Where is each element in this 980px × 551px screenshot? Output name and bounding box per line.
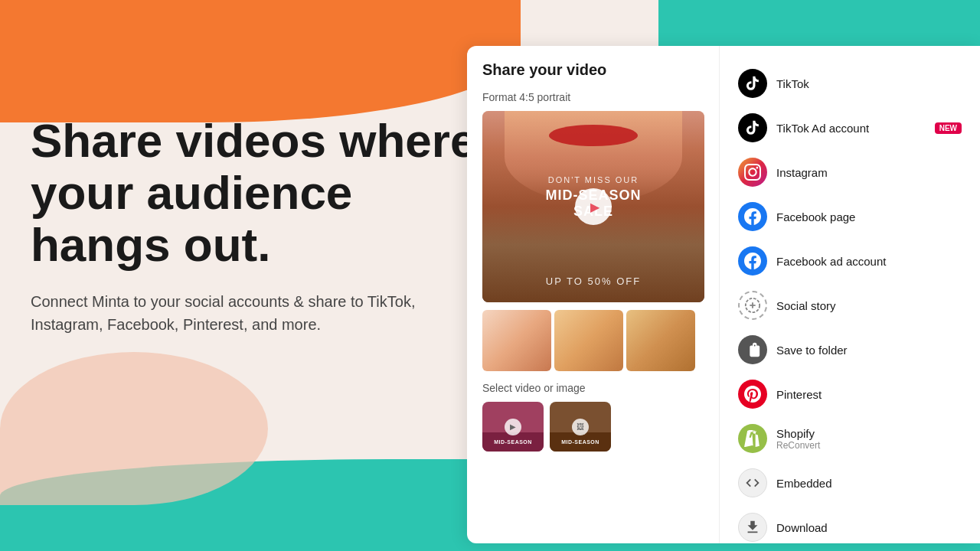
facebook-ad-icon bbox=[738, 246, 767, 276]
shopify-label: Shopify bbox=[776, 427, 820, 440]
thumbnail-2[interactable] bbox=[554, 310, 623, 371]
share-item-pinterest[interactable]: Pinterest bbox=[732, 372, 968, 416]
tiktok-ad-label: TikTok Ad account bbox=[776, 122, 926, 135]
social-story-icon bbox=[738, 291, 767, 320]
pinterest-icon bbox=[738, 380, 767, 409]
media-thumb-1[interactable]: MID-SEASON ▶ bbox=[482, 402, 544, 452]
left-panel: Share videos where your audience hangs o… bbox=[31, 115, 482, 336]
share-item-save-folder[interactable]: Save to folder bbox=[732, 328, 968, 372]
facebook-page-label: Facebook page bbox=[776, 210, 962, 223]
media-thumbs: MID-SEASON ▶ MID-SEASON 🖼 bbox=[482, 402, 704, 452]
thumbnail-strip bbox=[482, 310, 704, 371]
tiktok-label: TikTok bbox=[776, 77, 962, 90]
instagram-label: Instagram bbox=[776, 166, 962, 179]
share-item-instagram[interactable]: Instagram bbox=[732, 150, 968, 194]
facebook-page-icon bbox=[738, 202, 767, 231]
save-folder-icon bbox=[738, 335, 767, 364]
embedded-label: Embedded bbox=[776, 477, 962, 490]
share-options-list: TikTok TikTok Ad account NEW Instagram F… bbox=[720, 46, 980, 543]
tiktok-icon bbox=[738, 69, 767, 98]
embedded-icon bbox=[738, 468, 767, 497]
bg-teal-top-shape bbox=[658, 0, 980, 46]
select-label: Select video or image bbox=[482, 382, 704, 394]
video-section: Share your video Format 4:5 portrait DON… bbox=[467, 46, 720, 543]
format-label: Format 4:5 portrait bbox=[482, 91, 704, 103]
download-label: Download bbox=[776, 521, 962, 534]
share-item-social-story[interactable]: Social story bbox=[732, 283, 968, 328]
share-item-tiktok-ad[interactable]: TikTok Ad account NEW bbox=[732, 106, 968, 150]
main-heading: Share videos where your audience hangs o… bbox=[31, 115, 482, 272]
tiktok-ad-icon bbox=[738, 113, 767, 142]
download-icon bbox=[738, 513, 767, 542]
social-story-label: Social story bbox=[776, 299, 962, 312]
share-item-download[interactable]: Download bbox=[732, 505, 968, 543]
share-item-embedded[interactable]: Embedded bbox=[732, 461, 968, 505]
share-item-tiktok[interactable]: TikTok bbox=[732, 61, 968, 106]
new-badge: NEW bbox=[935, 122, 962, 134]
thumbnail-3[interactable] bbox=[626, 310, 695, 371]
instagram-icon bbox=[738, 158, 767, 187]
share-item-shopify[interactable]: Shopify ReConvert bbox=[732, 416, 968, 461]
share-item-facebook-ad[interactable]: Facebook ad account bbox=[732, 239, 968, 283]
video-icon: ▶ bbox=[505, 419, 521, 435]
bg-pink-blob bbox=[0, 352, 268, 505]
lips-hint bbox=[549, 125, 638, 146]
thumbnail-1[interactable] bbox=[482, 310, 551, 371]
panel-title: Share your video bbox=[482, 61, 704, 79]
bg-orange-shape bbox=[0, 0, 521, 122]
media-thumb-2[interactable]: MID-SEASON 🖼 bbox=[550, 402, 611, 452]
play-button[interactable] bbox=[575, 188, 612, 225]
shopify-icon bbox=[738, 424, 767, 453]
shopify-text-group: Shopify ReConvert bbox=[776, 427, 820, 451]
up-off-text: UP TO 50% OFF bbox=[546, 276, 641, 287]
shopify-sublabel: ReConvert bbox=[776, 440, 820, 451]
save-folder-label: Save to folder bbox=[776, 344, 962, 357]
dont-miss-text: DON'T MISS OUR bbox=[538, 175, 649, 184]
pinterest-label: Pinterest bbox=[776, 388, 962, 401]
image-icon: 🖼 bbox=[572, 419, 589, 435]
share-panel: Share your video Format 4:5 portrait DON… bbox=[467, 46, 980, 543]
facebook-ad-label: Facebook ad account bbox=[776, 255, 962, 268]
sub-text: Connect Minta to your social accounts & … bbox=[31, 290, 429, 336]
share-item-facebook-page[interactable]: Facebook page bbox=[732, 194, 968, 239]
video-preview: DON'T MISS OUR MID-SEASON SALE UP TO 50%… bbox=[482, 111, 704, 302]
